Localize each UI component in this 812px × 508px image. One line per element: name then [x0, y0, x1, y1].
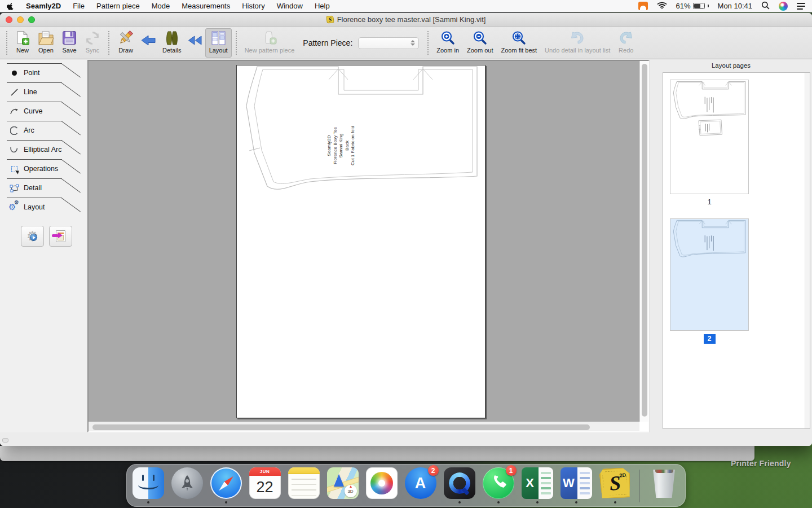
- redo-arrow-icon: [618, 30, 634, 46]
- vertical-scrollbar[interactable]: [639, 61, 648, 422]
- titlebar[interactable]: S Florence boxy tee master.val [Sammi Ki…: [0, 13, 812, 27]
- toolbar-separator: [427, 31, 429, 55]
- toolbar-handle[interactable]: [6, 31, 7, 55]
- pattern-piece-label: Pattern Piece:: [303, 38, 352, 47]
- menubar-app-name[interactable]: Seamly2D: [26, 2, 61, 10]
- page-2-preview[interactable]: [670, 218, 749, 331]
- dock-whatsapp[interactable]: 1: [483, 467, 514, 503]
- save-button[interactable]: Save: [58, 28, 81, 58]
- menu-measurements[interactable]: Measurements: [182, 2, 230, 10]
- menu-mode[interactable]: Mode: [152, 2, 170, 10]
- layout-button[interactable]: Layout: [205, 28, 232, 58]
- new-pattern-piece-icon: [261, 30, 278, 46]
- seamly2d-icon: S 2D: [599, 467, 632, 500]
- siri-icon[interactable]: [779, 2, 788, 11]
- minimize-button[interactable]: [17, 16, 24, 23]
- pattern-piece-combobox[interactable]: [358, 37, 419, 49]
- apple-menu-icon[interactable]: [7, 2, 14, 11]
- dock-maps[interactable]: 3D: [327, 467, 359, 503]
- running-indicator: [147, 501, 149, 503]
- menu-pattern-piece[interactable]: Pattern piece: [96, 2, 140, 10]
- horizontal-scrollbar-thumb[interactable]: [92, 424, 590, 430]
- background-window-bar[interactable]: [0, 446, 754, 461]
- sidebar-item-operations[interactable]: Operations: [0, 159, 87, 178]
- running-indicator: [575, 501, 577, 503]
- layout-settings-button[interactable]: ⚙: [21, 226, 44, 247]
- redo-label: Redo: [619, 47, 633, 54]
- menu-window[interactable]: Window: [277, 2, 303, 10]
- sidebar-item-point[interactable]: Point: [0, 63, 87, 82]
- dock-launchpad[interactable]: [171, 467, 203, 503]
- zoom-out-button[interactable]: Zoom out: [463, 28, 497, 58]
- dock-excel[interactable]: X: [522, 467, 553, 503]
- redo-button[interactable]: Redo: [614, 28, 638, 58]
- details-pieces-icon: [164, 30, 179, 46]
- save-floppy-icon: [62, 30, 77, 46]
- new-pattern-piece-label: New pattern piece: [245, 47, 295, 54]
- new-pattern-piece-button[interactable]: New pattern piece: [241, 28, 299, 58]
- calendar-icon: JUN 22: [249, 467, 281, 499]
- details-button[interactable]: Details: [158, 28, 186, 58]
- notification-center-icon[interactable]: [797, 3, 805, 10]
- arc-icon: [10, 126, 19, 135]
- page-1-preview[interactable]: [670, 80, 749, 194]
- wifi-icon[interactable]: [657, 2, 667, 11]
- back-arrow-button[interactable]: [138, 32, 158, 49]
- layout-page-thumbnail-1[interactable]: 1: [670, 80, 749, 206]
- canvas-view[interactable]: Seamly2D Florence Boxy Tee Sammi King Ba…: [89, 61, 639, 422]
- seamly2d-window: S Florence boxy tee master.val [Sammi Ki…: [0, 13, 812, 446]
- open-folder-icon: [38, 30, 54, 46]
- toolbar-separator: [108, 31, 109, 55]
- sidebar-item-line[interactable]: Line: [0, 82, 87, 102]
- double-back-arrow-button[interactable]: [186, 32, 205, 49]
- sidebar-item-layout[interactable]: ⚙⚙Layout: [0, 198, 87, 217]
- pattern-piece-label-text: Seamly2D Florence Boxy Tee Sammi King Ba…: [326, 126, 356, 165]
- new-button[interactable]: New: [11, 28, 34, 58]
- open-button[interactable]: Open: [34, 28, 58, 58]
- panel-scrollbar[interactable]: [805, 73, 810, 428]
- export-layout-button[interactable]: [49, 226, 72, 247]
- draw-button[interactable]: Draw: [113, 28, 138, 58]
- dock-calendar[interactable]: JUN 22: [249, 467, 281, 503]
- menu-file[interactable]: File: [73, 2, 85, 10]
- sidebar-label: Line: [24, 88, 37, 96]
- selected-page-badge: 2: [704, 334, 716, 344]
- dock-safari[interactable]: [210, 467, 242, 503]
- spotlight-icon[interactable]: [761, 1, 770, 11]
- dock-photos[interactable]: [366, 467, 398, 503]
- battery-indicator[interactable]: 61%: [676, 2, 709, 10]
- menubar-arch-app-icon[interactable]: [638, 2, 648, 10]
- dock-app-store[interactable]: A 2: [405, 467, 436, 503]
- undo-detail-button[interactable]: Undo detail in layout list: [541, 28, 614, 58]
- dock-word[interactable]: W: [561, 467, 592, 503]
- zoom-window-button[interactable]: [28, 16, 35, 23]
- zoom-in-button[interactable]: Zoom in: [433, 28, 463, 58]
- sidebar-item-detail[interactable]: Detail: [0, 178, 87, 198]
- calendar-month: JUN: [249, 467, 281, 476]
- dock-seamly2d[interactable]: S 2D: [599, 467, 631, 503]
- layout-canvas[interactable]: Seamly2D Florence Boxy Tee Sammi King Ba…: [87, 60, 650, 432]
- layout-pages-icon: [211, 30, 226, 46]
- sync-button[interactable]: Sync: [81, 28, 104, 58]
- layout-pages-list[interactable]: 1 2: [663, 72, 810, 429]
- double-left-arrow-icon: [188, 35, 203, 46]
- menu-help[interactable]: Help: [315, 2, 330, 10]
- dock-trash[interactable]: [648, 467, 680, 503]
- close-button[interactable]: [6, 16, 12, 23]
- app-store-badge: 2: [428, 465, 439, 476]
- dock-quicktime[interactable]: [444, 467, 475, 503]
- sidebar-item-elliptical-arc[interactable]: Elliptical Arc: [0, 140, 87, 159]
- horizontal-scrollbar[interactable]: [89, 422, 639, 431]
- vertical-scrollbar-thumb[interactable]: [642, 64, 647, 417]
- sidebar-item-arc[interactable]: Arc: [0, 121, 87, 140]
- sidebar-item-curve[interactable]: Curve: [0, 102, 87, 121]
- layout-page-thumbnail-2[interactable]: 2: [670, 218, 749, 344]
- quicktime-icon: [444, 467, 475, 499]
- document-icon: S: [326, 15, 334, 23]
- menubar-clock[interactable]: Mon 10:41: [718, 2, 752, 10]
- tool-sidebar: Point Line Curve Arc Elliptical Arc: [0, 60, 87, 432]
- dock-notes[interactable]: [288, 467, 320, 503]
- dock-finder[interactable]: [133, 467, 164, 503]
- menu-history[interactable]: History: [242, 2, 264, 10]
- zoom-fit-best-button[interactable]: Zoom fit best: [497, 28, 541, 58]
